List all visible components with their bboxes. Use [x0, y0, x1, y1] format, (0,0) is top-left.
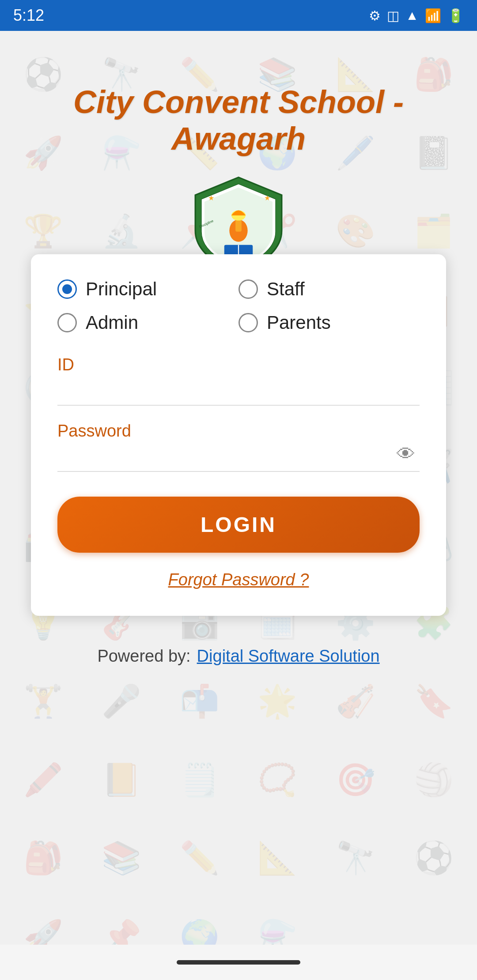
- powered-by-section: Powered by: Digital Software Solution: [97, 647, 379, 666]
- eye-icon[interactable]: 👁: [397, 444, 415, 465]
- role-parents-label: Parents: [267, 312, 331, 333]
- password-label: Password: [57, 422, 420, 441]
- radio-parents[interactable]: [238, 313, 258, 332]
- nfc-icon: ◫: [387, 8, 399, 23]
- nav-bar: [0, 945, 477, 980]
- settings-icon: ⚙: [369, 8, 381, 23]
- wifi-icon: ▲: [405, 8, 419, 23]
- school-title: City Convent School - Awagarh: [0, 84, 477, 157]
- role-admin-label: Admin: [86, 312, 138, 333]
- password-input[interactable]: [57, 443, 420, 466]
- svg-text:★: ★: [264, 193, 270, 201]
- status-bar: 5:12 ⚙ ◫ ▲ 📶 🔋: [0, 0, 477, 31]
- role-principal[interactable]: Principal: [57, 279, 238, 300]
- id-field-group: ID: [57, 355, 420, 406]
- radio-staff[interactable]: [238, 279, 258, 299]
- login-button[interactable]: LOGIN: [57, 497, 420, 553]
- battery-icon: 🔋: [447, 8, 464, 23]
- signal-icon: 📶: [425, 8, 441, 23]
- forgot-password-link[interactable]: Forgot Password ?: [57, 570, 420, 589]
- role-admin[interactable]: Admin: [57, 312, 238, 333]
- role-principal-label: Principal: [86, 279, 157, 300]
- powered-by-label: Powered by:: [97, 647, 190, 666]
- status-icons: ⚙ ◫ ▲ 📶 🔋: [369, 8, 464, 23]
- login-card: Principal Staff Admin Parents ID Passwor…: [31, 254, 446, 616]
- svg-text:★: ★: [208, 193, 214, 201]
- role-selection: Principal Staff Admin Parents: [57, 279, 420, 333]
- password-field-group: Password 👁: [57, 422, 420, 472]
- role-parents[interactable]: Parents: [238, 312, 420, 333]
- id-label: ID: [57, 355, 420, 374]
- role-staff[interactable]: Staff: [238, 279, 420, 300]
- role-staff-label: Staff: [267, 279, 305, 300]
- radio-admin[interactable]: [57, 313, 77, 332]
- nav-indicator: [177, 960, 300, 965]
- radio-principal[interactable]: [57, 279, 77, 299]
- company-link[interactable]: Digital Software Solution: [197, 647, 380, 666]
- status-time: 5:12: [13, 6, 44, 25]
- main-content: City Convent School - Awagarh CITY CONVE…: [0, 31, 477, 980]
- id-input[interactable]: [57, 377, 420, 400]
